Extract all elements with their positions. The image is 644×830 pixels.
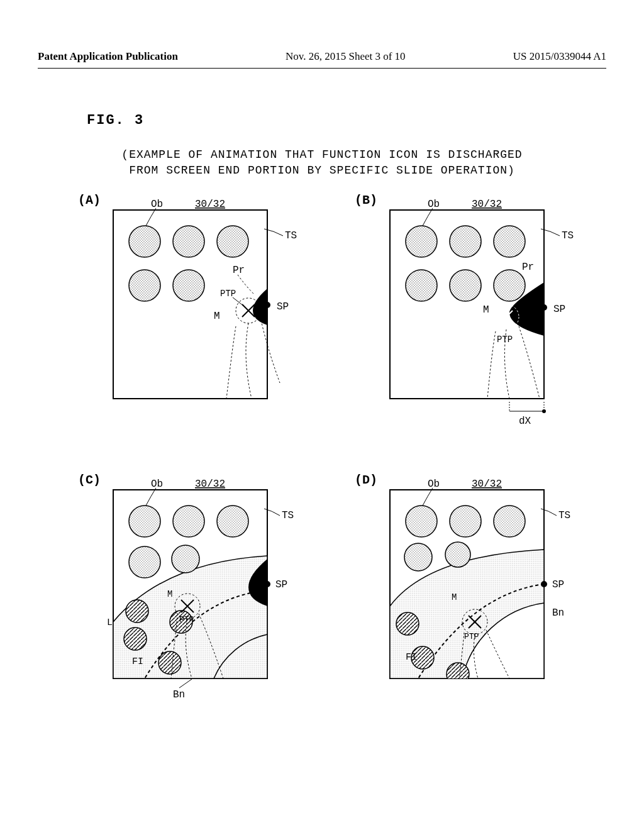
label-Bn: Bn [173, 689, 185, 700]
label-PTP: PTP [179, 615, 194, 624]
label-TS: TS [285, 230, 297, 241]
panel-A-svg: Ob 30/32 TS Pr SP PTP [107, 194, 314, 408]
svg-point-64 [447, 663, 469, 685]
panel-D: (D) [340, 474, 591, 710]
panel-A-label: (A) [78, 193, 101, 208]
svg-point-6 [217, 226, 248, 257]
svg-point-45 [173, 506, 204, 537]
panel-C: (C) [63, 474, 314, 710]
svg-point-43 [158, 651, 181, 674]
label-3032: 30/32 [195, 199, 225, 210]
svg-point-48 [172, 545, 199, 573]
label-Pr: Pr [233, 265, 245, 276]
svg-point-40 [126, 600, 148, 622]
page: Patent Application Publication Nov. 26, … [0, 0, 644, 830]
header-left: Patent Application Publication [38, 50, 178, 63]
svg-point-18 [450, 226, 481, 257]
panel-D-svg: Ob 30/32 TS SP Bn M PTP FI [384, 474, 591, 707]
title-line-2: FROM SCREEN END PORTION BY SPECIFIC SLID… [38, 163, 606, 179]
svg-point-67 [494, 506, 525, 537]
label-M: M [214, 311, 220, 322]
svg-point-8 [173, 270, 204, 301]
svg-point-68 [404, 543, 432, 571]
label-M: M [452, 592, 457, 602]
label-SP: SP [552, 579, 564, 590]
panel-B-svg: Ob 30/32 TS Pr SP M PTP [384, 194, 591, 433]
svg-point-66 [450, 506, 481, 537]
label-Ob: Ob [428, 479, 440, 490]
svg-point-20 [406, 270, 437, 301]
label-3032: 30/32 [472, 479, 502, 490]
panel-A: (A) [63, 194, 314, 436]
svg-point-62 [396, 612, 419, 635]
panel-C-label: (C) [78, 473, 101, 487]
figure-title: (EXAMPLE OF ANIMATION THAT FUNCTION ICON… [38, 147, 606, 179]
label-Pr: Pr [522, 262, 534, 273]
label-L: L [107, 617, 113, 628]
label-M: M [483, 304, 489, 316]
title-line-1: (EXAMPLE OF ANIMATION THAT FUNCTION ICON… [38, 147, 606, 163]
label-SP: SP [275, 579, 287, 590]
svg-point-22 [494, 270, 525, 301]
header-center: Nov. 26, 2015 Sheet 3 of 10 [286, 50, 406, 63]
label-Ob: Ob [428, 199, 440, 210]
svg-point-52 [264, 581, 270, 587]
panel-grid: (A) [38, 194, 606, 710]
label-3032: 30/32 [472, 199, 502, 210]
svg-point-4 [129, 226, 160, 257]
panel-B: (B) [340, 194, 591, 436]
svg-point-65 [406, 506, 437, 537]
svg-point-41 [124, 628, 147, 650]
label-SP: SP [277, 301, 289, 313]
svg-point-17 [406, 226, 437, 257]
label-TS: TS [562, 230, 574, 241]
label-PTP: PTP [464, 632, 479, 641]
svg-point-44 [129, 506, 160, 537]
label-Ob: Ob [151, 479, 163, 490]
svg-point-47 [129, 546, 160, 578]
svg-point-23 [541, 304, 547, 311]
svg-point-69 [445, 542, 470, 567]
label-SP: SP [553, 304, 565, 315]
figure-label: FIG. 3 [87, 113, 606, 128]
page-header: Patent Application Publication Nov. 26, … [38, 50, 606, 69]
label-M: M [167, 589, 172, 599]
svg-point-9 [264, 302, 270, 308]
label-FI: FI [132, 656, 143, 667]
label-PTP: PTP [497, 335, 513, 345]
panel-D-label: (D) [355, 473, 377, 487]
label-dX: dX [519, 416, 531, 427]
label-Bn: Bn [552, 607, 564, 619]
label-TS: TS [558, 510, 570, 521]
svg-point-73 [541, 581, 547, 587]
panel-C-svg: Ob 30/32 TS SP M PTP L FI Bn [107, 474, 314, 707]
svg-point-5 [173, 226, 204, 257]
svg-point-19 [494, 226, 525, 257]
label-3032: 30/32 [195, 479, 225, 490]
label-TS: TS [282, 510, 294, 521]
svg-point-7 [129, 270, 160, 301]
label-FI: FI [406, 652, 417, 663]
svg-point-46 [217, 506, 248, 537]
svg-point-30 [542, 409, 546, 413]
svg-point-21 [450, 270, 481, 301]
label-Ob: Ob [151, 199, 163, 210]
label-PTP: PTP [220, 289, 236, 299]
header-right: US 2015/0339044 A1 [513, 50, 606, 63]
panel-B-label: (B) [355, 193, 377, 208]
